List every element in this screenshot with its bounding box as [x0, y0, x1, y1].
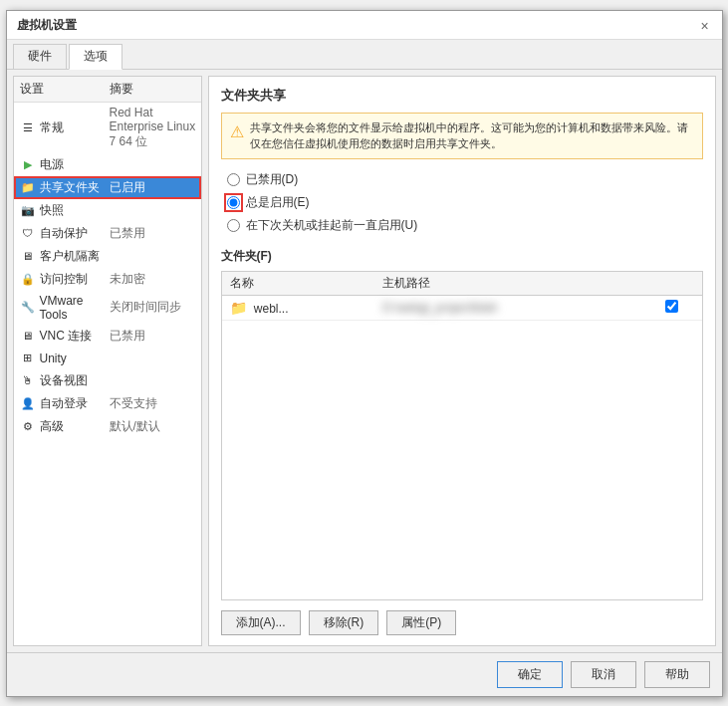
section-title: 文件夹共享	[221, 87, 703, 105]
sidebar-item-device-view[interactable]: 🖱 设备视图	[14, 369, 201, 392]
device-view-label: 设备视图	[40, 372, 110, 389]
radio-disabled[interactable]: 已禁用(D)	[227, 171, 703, 188]
vmware-tools-icon: 🔧	[20, 300, 36, 316]
sidebar-item-snapshots[interactable]: 📷 快照	[14, 199, 201, 222]
window-title: 虚拟机设置	[17, 17, 77, 34]
sidebar-item-shared-folders[interactable]: 📁 共享文件夹 已启用	[14, 176, 201, 199]
sidebar-item-vmware-tools[interactable]: 🔧 VMware Tools 关闭时间同步	[14, 291, 201, 325]
unity-label: Unity	[40, 352, 110, 365]
radio-until-poweroff-input[interactable]	[227, 219, 240, 232]
snapshots-icon: 📷	[20, 202, 36, 218]
left-panel-header: 设置 摘要	[14, 77, 201, 103]
radio-always-on-input[interactable]	[227, 196, 240, 209]
radio-disabled-label: 已禁用(D)	[246, 171, 299, 188]
warning-text: 共享文件夹会将您的文件显示给虚拟机中的程序。这可能为您的计算机和数据带来风险。请…	[250, 119, 694, 152]
content-area: 设置 摘要 ☰ 常规 Red Hat Enterprise Linux 7 64…	[7, 70, 722, 652]
folder-checkbox[interactable]	[665, 300, 678, 313]
sidebar-item-vnc[interactable]: 🖥 VNC 连接 已禁用	[14, 325, 201, 348]
properties-button[interactable]: 属性(P)	[386, 610, 456, 635]
guest-isolation-icon: 🖥	[20, 248, 36, 264]
tab-hardware[interactable]: 硬件	[13, 44, 67, 69]
radio-group: 已禁用(D) 总是启用(E) 在下次关机或挂起前一直启用(U)	[221, 171, 703, 234]
shared-folders-summary: 已启用	[110, 179, 197, 196]
sidebar-item-general[interactable]: ☰ 常规 Red Hat Enterprise Linux 7 64 位	[14, 103, 201, 153]
col-header-setting: 设置	[20, 81, 110, 98]
shared-folders-icon: 📁	[20, 179, 36, 195]
add-button[interactable]: 添加(A)...	[221, 610, 301, 635]
autologin-label: 自动登录	[40, 395, 110, 412]
radio-disabled-input[interactable]	[227, 173, 240, 186]
access-control-summary: 未加密	[110, 271, 197, 288]
folder-path: D:\webgl_project\blah	[382, 301, 497, 315]
access-control-icon: 🔒	[20, 271, 36, 287]
bottom-bar: 确定 取消 帮助	[7, 652, 722, 696]
sidebar-item-access-control[interactable]: 🔒 访问控制 未加密	[14, 268, 201, 291]
col-header-summary: 摘要	[110, 81, 195, 98]
guest-isolation-label: 客户机隔离	[40, 248, 110, 265]
power-icon: ▶	[20, 156, 36, 172]
shared-folders-label: 共享文件夹	[40, 179, 110, 196]
general-icon: ☰	[20, 119, 36, 135]
vmware-tools-label: VMware Tools	[40, 294, 110, 322]
sidebar-item-advanced[interactable]: ⚙ 高级 默认/默认	[14, 415, 201, 438]
unity-icon: ⊞	[20, 351, 36, 366]
tab-options[interactable]: 选项	[69, 44, 122, 70]
autoprotect-label: 自动保护	[40, 225, 110, 242]
table-row[interactable]: 📁 webl... D:\webgl_project\blah	[222, 295, 702, 320]
radio-until-poweroff-label: 在下次关机或挂起前一直启用(U)	[246, 217, 418, 234]
autoprotect-summary: 已禁用	[110, 225, 197, 242]
col-name: 名称	[222, 272, 375, 296]
radio-always-on-label: 总是启用(E)	[246, 194, 310, 211]
radio-until-poweroff[interactable]: 在下次关机或挂起前一直启用(U)	[227, 217, 703, 234]
autoprotect-icon: 🛡	[20, 225, 36, 241]
files-table-actions: 添加(A)... 移除(R) 属性(P)	[221, 610, 703, 635]
vmware-tools-summary: 关闭时间同步	[110, 299, 197, 316]
sidebar-item-autologin[interactable]: 👤 自动登录 不受支持	[14, 392, 201, 415]
autologin-summary: 不受支持	[110, 395, 197, 412]
col-path: 主机路径	[374, 272, 642, 296]
ok-button[interactable]: 确定	[497, 661, 563, 688]
help-button[interactable]: 帮助	[644, 661, 710, 688]
sidebar-item-guest-isolation[interactable]: 🖥 客户机隔离	[14, 245, 201, 268]
folder-check-cell[interactable]	[642, 295, 701, 320]
files-section-title: 文件夹(F)	[221, 248, 703, 265]
folder-icon: 📁	[230, 300, 247, 316]
autologin-icon: 👤	[20, 395, 36, 411]
power-label: 电源	[40, 156, 110, 173]
files-table: 名称 主机路径 📁 webl... D:\webgl_pr	[222, 272, 702, 321]
left-panel: 设置 摘要 ☰ 常规 Red Hat Enterprise Linux 7 64…	[13, 76, 202, 646]
title-bar: 虚拟机设置 ×	[7, 11, 722, 40]
vnc-icon: 🖥	[20, 328, 36, 344]
main-window: 虚拟机设置 × 硬件 选项 设置 摘要 ☰ 常规 Red Hat Enterpr…	[6, 10, 723, 697]
folder-name-cell: 📁 webl...	[222, 295, 375, 320]
vnc-summary: 已禁用	[110, 328, 197, 345]
general-label: 常规	[40, 119, 110, 136]
access-control-label: 访问控制	[40, 271, 110, 288]
sidebar-item-power[interactable]: ▶ 电源	[14, 153, 201, 176]
remove-button[interactable]: 移除(R)	[309, 610, 379, 635]
sidebar-item-autoprotect[interactable]: 🛡 自动保护 已禁用	[14, 222, 201, 245]
advanced-label: 高级	[40, 418, 110, 435]
folder-name: webl...	[254, 302, 289, 316]
right-panel: 文件夹共享 ⚠ 共享文件夹会将您的文件显示给虚拟机中的程序。这可能为您的计算机和…	[208, 76, 716, 646]
snapshots-label: 快照	[40, 202, 110, 219]
device-view-icon: 🖱	[20, 372, 36, 388]
files-table-container: 名称 主机路径 📁 webl... D:\webgl_pr	[221, 271, 703, 600]
warning-icon: ⚠	[230, 120, 244, 144]
vnc-label: VNC 连接	[40, 328, 110, 345]
advanced-summary: 默认/默认	[110, 418, 197, 435]
cancel-button[interactable]: 取消	[571, 661, 636, 688]
radio-always-on[interactable]: 总是启用(E)	[227, 194, 703, 211]
general-summary: Red Hat Enterprise Linux 7 64 位	[110, 106, 197, 150]
warning-box: ⚠ 共享文件夹会将您的文件显示给虚拟机中的程序。这可能为您的计算机和数据带来风险…	[221, 113, 703, 159]
advanced-icon: ⚙	[20, 418, 36, 434]
close-button[interactable]: ×	[696, 17, 714, 35]
col-check	[642, 272, 701, 296]
sidebar-item-unity[interactable]: ⊞ Unity	[14, 348, 201, 369]
folder-path-cell: D:\webgl_project\blah	[374, 295, 642, 320]
tabs-bar: 硬件 选项	[7, 40, 722, 70]
